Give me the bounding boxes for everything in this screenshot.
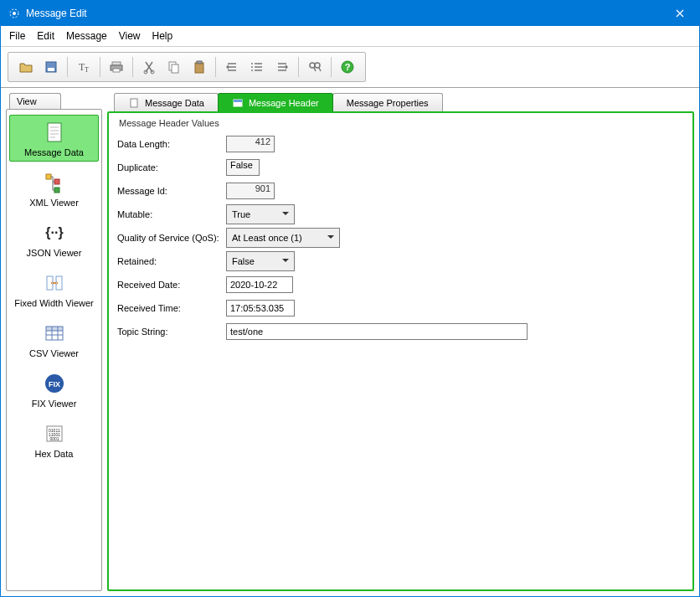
svg-point-17 [251,69,253,71]
tab-message-header[interactable]: Message Header [218,93,333,111]
svg-text:FIX: FIX [48,380,59,389]
tab-label: Message Header [249,98,319,108]
document-icon [41,119,68,146]
label-message-id: Message Id: [117,186,226,196]
window-title: Message Edit [26,8,661,19]
svg-point-15 [251,63,253,64]
close-button[interactable] [661,1,699,26]
find-icon[interactable] [302,55,327,79]
main-panel: Message Data Message Header Message Prop… [107,93,694,591]
tab-message-data[interactable]: Message Data [114,93,219,111]
svg-rect-12 [172,64,178,73]
input-received-time[interactable] [226,300,295,317]
sidebar-item-fix-viewer[interactable]: FIX FIX Viewer [9,366,99,413]
toolbar-separator [215,57,216,77]
row-qos: Quality of Service (QoS): At Least once … [117,227,684,249]
toolbar: TT ? [1,47,699,88]
svg-rect-24 [54,179,59,184]
sidebar-item-label: JSON Viewer [27,248,82,258]
svg-rect-13 [195,63,203,73]
tab-label: Message Data [145,98,204,108]
tab-message-properties[interactable]: Message Properties [332,93,443,111]
row-retained: Retained: False [117,250,684,272]
titlebar: Message Edit [1,1,699,26]
xml-tree-icon [41,169,68,196]
view-panel: View Message Data XML Viewer {··} JSON V… [6,93,102,591]
label-duplicate: Duplicate: [117,162,226,172]
select-mutable[interactable]: True [226,204,295,224]
svg-point-1 [13,12,16,15]
select-mutable-value: True [232,209,250,219]
row-mutable: Mutable: True [117,203,684,225]
label-topic-string: Topic String: [117,327,226,337]
menu-file[interactable]: File [4,29,30,43]
label-mutable: Mutable: [117,209,226,219]
svg-rect-25 [54,188,59,193]
value-data-length: 412 [226,136,275,152]
font-icon[interactable]: TT [71,55,96,79]
svg-point-19 [315,63,320,68]
document-icon [128,97,140,109]
cut-icon[interactable] [136,55,162,79]
view-body: Message Data XML Viewer {··} JSON Viewer… [6,109,102,591]
input-topic-string[interactable] [226,323,528,340]
fix-badge-icon: FIX [41,370,68,397]
sidebar-item-label: Hex Data [35,449,74,459]
app-icon [8,7,21,20]
tab-strip: Message Data Message Header Message Prop… [107,93,694,111]
value-duplicate: False [226,159,260,176]
svg-rect-39 [234,100,242,102]
open-file-icon[interactable] [13,55,39,79]
label-received-time: Received Time: [117,303,226,313]
print-icon[interactable] [104,55,129,79]
sidebar-item-label: XML Viewer [29,198,79,208]
label-qos: Quality of Service (QoS): [117,233,226,243]
input-received-date[interactable] [226,276,293,293]
save-file-icon[interactable] [39,55,64,79]
group-label: Message Header Values [119,118,684,128]
json-braces-icon: {··} [41,219,68,246]
paste-icon[interactable] [187,55,212,79]
menu-help[interactable]: Help [147,29,178,43]
svg-text:{··}: {··} [45,225,63,239]
sidebar-item-xml-viewer[interactable]: XML Viewer [9,165,99,212]
svg-text:?: ? [345,62,351,72]
select-retained-value: False [232,256,255,266]
svg-rect-22 [48,123,61,142]
label-data-length: Data Length: [117,139,226,149]
svg-text:T: T [85,66,89,74]
svg-point-18 [310,63,315,68]
label-retained: Retained: [117,256,226,266]
menubar: File Edit Message View Help [1,26,699,47]
indent-right-icon[interactable] [270,55,295,79]
svg-rect-27 [47,276,53,290]
view-tab[interactable]: View [9,93,61,109]
svg-rect-14 [197,61,202,64]
fixed-width-icon [41,270,68,296]
list-icon[interactable] [244,55,270,79]
value-message-id: 901 [226,183,275,199]
help-icon[interactable]: ? [335,55,360,79]
label-received-date: Received Date: [117,280,226,290]
svg-rect-3 [48,68,54,71]
sidebar-item-fixed-width-viewer[interactable]: Fixed Width Viewer [9,265,99,312]
toolbar-separator [132,57,133,77]
select-retained[interactable]: False [226,251,295,271]
select-qos[interactable]: At Least once (1) [226,228,340,248]
menu-message[interactable]: Message [61,29,112,43]
sidebar-item-label: FIX Viewer [32,399,77,409]
row-received-time: Received Time: [117,297,684,319]
svg-rect-30 [46,327,63,331]
copy-icon[interactable] [162,55,187,79]
app-window: Message Edit File Edit Message View Help… [0,0,700,597]
svg-rect-23 [46,174,51,179]
row-topic-string: Topic String: [117,321,684,342]
menu-view[interactable]: View [114,29,146,43]
sidebar-item-message-data[interactable]: Message Data [9,115,99,162]
menu-edit[interactable]: Edit [32,29,59,43]
indent-left-icon[interactable] [219,55,244,79]
sidebar-item-hex-data[interactable]: 01011110010001 Hex Data [9,416,99,463]
sidebar-item-json-viewer[interactable]: {··} JSON Viewer [9,215,99,262]
sidebar-item-label: CSV Viewer [29,348,79,358]
sidebar-item-csv-viewer[interactable]: CSV Viewer [9,316,99,363]
